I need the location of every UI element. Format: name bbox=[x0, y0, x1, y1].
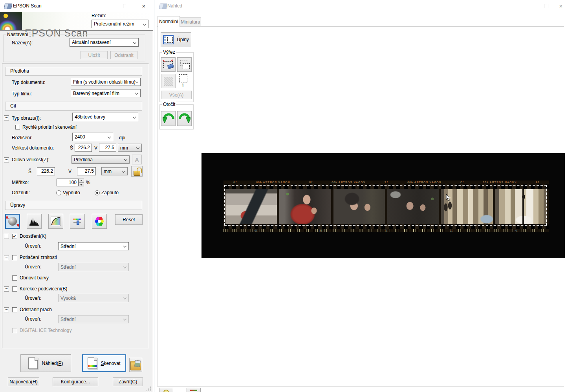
save-button[interactable]: Uložit bbox=[81, 51, 108, 59]
rotate-right-button[interactable] bbox=[177, 111, 192, 126]
histogram-button[interactable] bbox=[27, 214, 42, 229]
color-palette-icon bbox=[95, 217, 104, 226]
backlight-level-select[interactable]: Vysoká bbox=[58, 294, 129, 302]
doc-type-select[interactable]: Film (s vodítkem oblasti filmu)) bbox=[71, 78, 141, 86]
backlight-collapse-button[interactable] bbox=[4, 286, 9, 292]
backlight-label: Korekce podsvícení(B) bbox=[20, 286, 67, 292]
maximize-button[interactable] bbox=[115, 0, 134, 12]
doc-size-unit-select[interactable]: mm bbox=[118, 144, 142, 152]
resize-grip[interactable] bbox=[146, 386, 151, 391]
target-size-collapse-button[interactable] bbox=[4, 157, 9, 162]
resolution-unit-label: dpi bbox=[119, 135, 125, 141]
film-type-label: Typ filmu: bbox=[12, 91, 32, 97]
sharpen-collapse-button[interactable] bbox=[4, 234, 9, 239]
trimming-on-label: Zapnuto bbox=[101, 190, 119, 196]
spinner-up-icon[interactable] bbox=[79, 179, 84, 182]
sharpen-checkbox[interactable] bbox=[12, 234, 17, 239]
minimize-icon bbox=[104, 6, 108, 6]
chevron-down-icon bbox=[123, 296, 127, 300]
file-save-settings-button[interactable] bbox=[129, 358, 142, 372]
color-bar-icon bbox=[190, 390, 197, 391]
grain-level-select[interactable]: Střední bbox=[58, 263, 129, 271]
doc-height-input[interactable]: 27.5 bbox=[99, 144, 116, 152]
full-preview-button[interactable]: Úplný bbox=[161, 32, 191, 47]
doc-width-input[interactable]: 226.2 bbox=[75, 144, 92, 152]
image-adjustment-button[interactable] bbox=[70, 214, 85, 229]
scan-button[interactable]: Skenovat bbox=[82, 354, 126, 372]
original-group-header: Předloha bbox=[5, 67, 142, 76]
grain-checkbox[interactable] bbox=[12, 255, 17, 260]
titlebar[interactable]: EPSON Scan × bbox=[0, 0, 153, 12]
tone-curve-button[interactable] bbox=[48, 214, 63, 229]
all-marquees-button[interactable]: Vše(A) bbox=[161, 91, 192, 99]
trimming-off-radio[interactable] bbox=[56, 190, 61, 195]
tab-strip-line bbox=[157, 26, 564, 27]
digital-ice-checkbox[interactable] bbox=[12, 328, 17, 333]
chevron-down-icon bbox=[136, 146, 140, 150]
lock-proportions-button[interactable] bbox=[131, 166, 143, 177]
auto-exposure-button[interactable] bbox=[5, 214, 20, 229]
target-name-button[interactable]: A bbox=[132, 155, 142, 164]
restore-colors-checkbox[interactable] bbox=[12, 275, 17, 281]
minimize-button[interactable] bbox=[97, 0, 115, 12]
resolution-select[interactable]: 2400 bbox=[72, 133, 113, 141]
sharpen-level-select[interactable]: Střední bbox=[58, 242, 129, 250]
settings-name-select[interactable]: Aktuální nastavení bbox=[70, 38, 139, 47]
trimming-on-radio[interactable] bbox=[95, 190, 100, 195]
target-unit-select[interactable]: mm bbox=[101, 167, 128, 175]
duplicate-marquee-button[interactable] bbox=[177, 57, 192, 72]
histogram-icon bbox=[29, 217, 39, 226]
film-type-select[interactable]: Barevný negativní film bbox=[71, 89, 141, 97]
image-type-collapse-button[interactable] bbox=[4, 115, 9, 120]
grain-collapse-button[interactable] bbox=[4, 255, 9, 260]
minimize-button[interactable] bbox=[518, 0, 537, 12]
mouse-cursor bbox=[446, 194, 451, 201]
marquee-count: 1 bbox=[179, 83, 187, 89]
app-scanner-icon bbox=[4, 4, 12, 9]
close-button[interactable]: × bbox=[555, 0, 566, 12]
dust-level-select[interactable]: Střední bbox=[58, 315, 129, 323]
zoom-tool-button[interactable] bbox=[159, 388, 173, 392]
maximize-icon bbox=[123, 4, 127, 8]
target-size-select[interactable]: Předloha bbox=[71, 155, 130, 164]
epson-scan-window: EPSON Scan × EPSON Scan Režim: Profesion… bbox=[0, 0, 153, 392]
preview-canvas[interactable]: 16 KODAK PORTRA 400 18 KODAK PORTRA 400 … bbox=[201, 153, 565, 258]
dust-checkbox[interactable] bbox=[12, 307, 17, 312]
help-button[interactable]: Nápověda(H) bbox=[8, 377, 39, 386]
image-adjustment-icon bbox=[73, 218, 82, 224]
maximize-button[interactable] bbox=[537, 0, 555, 12]
preview-titlebar[interactable]: Náhled × bbox=[154, 0, 566, 12]
tab-normal[interactable]: Normální bbox=[158, 16, 180, 27]
close-button[interactable]: × bbox=[134, 0, 153, 12]
fast-scan-label: Rychlé prioritní skenování bbox=[22, 124, 77, 130]
rotate-right-icon bbox=[179, 113, 190, 124]
target-width-input[interactable]: 226.2 bbox=[37, 167, 55, 175]
image-type-select[interactable]: 48bitové barvy bbox=[72, 113, 138, 121]
dust-collapse-button[interactable] bbox=[4, 307, 9, 312]
scale-input[interactable]: 100 bbox=[57, 179, 79, 186]
spinner-down-icon[interactable] bbox=[79, 182, 84, 186]
configuration-button[interactable]: Konfigurace... bbox=[53, 377, 98, 386]
target-height-input[interactable]: 27.5 bbox=[77, 167, 96, 175]
app-scanner-icon bbox=[159, 4, 167, 9]
resize-marquee-button[interactable] bbox=[161, 74, 176, 88]
trimming-off-label: Vypnuto bbox=[63, 190, 80, 196]
close-dialog-button[interactable]: Zavřít(C) bbox=[113, 377, 143, 386]
scale-spinner[interactable] bbox=[79, 179, 84, 186]
preview-button[interactable]: Náhled(P) bbox=[20, 354, 71, 372]
color-palette-button[interactable] bbox=[92, 214, 107, 229]
delete-marquee-button[interactable] bbox=[161, 57, 176, 72]
tab-thumbnail[interactable]: Miniatura bbox=[180, 17, 201, 26]
reset-button[interactable]: Reset bbox=[115, 214, 143, 225]
mode-label: Režim: bbox=[92, 13, 106, 19]
density-tool-button[interactable] bbox=[187, 388, 201, 392]
chevron-down-icon bbox=[122, 170, 126, 173]
delete-button[interactable]: Odstranit bbox=[110, 51, 137, 59]
folder-icon bbox=[130, 363, 141, 370]
rotate-left-button[interactable] bbox=[161, 111, 176, 126]
backlight-checkbox[interactable] bbox=[12, 286, 17, 292]
mode-select[interactable]: Profesionální režim bbox=[92, 20, 148, 28]
selection-marquee[interactable] bbox=[224, 185, 547, 226]
tab-page-left-border bbox=[157, 26, 158, 387]
fast-scan-checkbox[interactable] bbox=[15, 125, 20, 129]
